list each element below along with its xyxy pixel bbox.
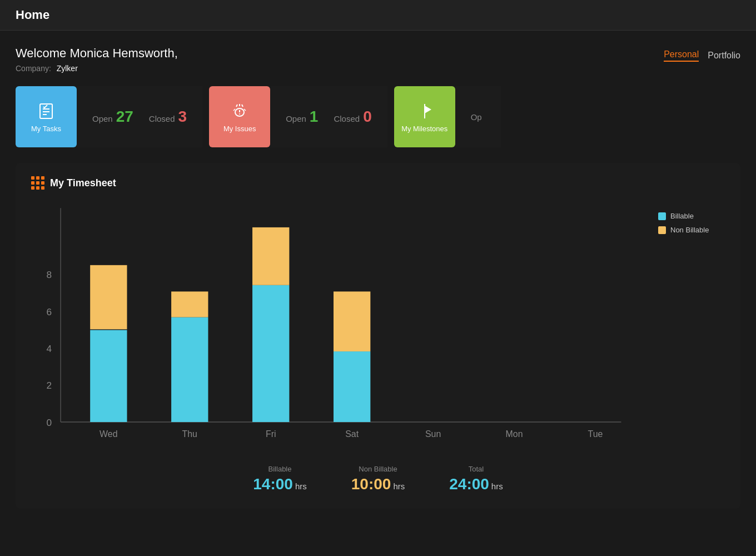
summary-total: Total 24:00hrs [449, 465, 503, 493]
milestones-open-label: Op [471, 112, 482, 122]
svg-marker-13 [425, 106, 431, 113]
tab-switcher: Personal Portfolio [664, 46, 740, 62]
company-name: Zylker [57, 64, 78, 73]
summary-total-value: 24:00hrs [449, 475, 503, 493]
tasks-card-label: My Tasks [31, 125, 61, 133]
issues-stats: Open 1 Closed 0 [270, 86, 387, 147]
header: Home [0, 0, 756, 31]
issues-closed-value: 0 [363, 108, 372, 126]
company-row: Company: Zylker [16, 64, 178, 73]
billable-color [658, 212, 666, 220]
summary-billable: Billable 14:00hrs [253, 465, 306, 493]
tasks-open-label: Open [92, 114, 113, 123]
svg-line-6 [236, 105, 237, 107]
svg-text:2: 2 [47, 380, 52, 391]
nonbillable-label: Non Billable [670, 226, 709, 234]
issues-open-label: Open [286, 114, 306, 123]
chart-legend: Billable Non Billable [636, 201, 725, 234]
bar-wed-nonbillable [90, 265, 127, 329]
tab-portfolio[interactable]: Portfolio [708, 51, 740, 61]
tasks-icon [36, 101, 56, 121]
welcome-row: Welcome Monica Hemsworth, Company: Zylke… [16, 46, 740, 73]
chart-main: 0 2 4 6 8 Wed [31, 201, 636, 454]
tasks-open-value: 27 [116, 108, 133, 126]
timesheet-title: My Timesheet [50, 177, 116, 189]
milestones-stats: Op [455, 86, 501, 147]
legend-billable: Billable [658, 212, 725, 220]
svg-text:6: 6 [47, 306, 52, 317]
svg-text:Tue: Tue [588, 429, 603, 439]
svg-text:0: 0 [47, 417, 52, 428]
summary-nonbillable: Non Billable 10:00hrs [351, 465, 405, 493]
svg-text:Fri: Fri [266, 429, 276, 439]
milestones-icon-block: My Milestones [394, 86, 455, 147]
issues-open-value: 1 [310, 108, 319, 126]
bar-wed-billable [90, 330, 127, 422]
bar-thu-nonbillable [171, 291, 208, 317]
summary-billable-label: Billable [268, 465, 292, 473]
issues-icon-block: My Issues [209, 86, 270, 147]
svg-text:Thu: Thu [182, 429, 197, 439]
tab-personal[interactable]: Personal [664, 49, 699, 62]
issues-open-stat: Open 1 [286, 108, 318, 126]
page-title: Home [16, 8, 49, 22]
svg-line-11 [244, 109, 246, 111]
milestones-open-stat: Op [471, 112, 485, 122]
issues-card[interactable]: My Issues Open 1 Closed 0 [209, 86, 387, 147]
summary-nonbillable-label: Non Billable [359, 465, 397, 473]
cards-row: My Tasks Open 27 Closed 3 [16, 86, 740, 147]
timesheet-card: My Timesheet 0 2 4 6 8 [16, 163, 740, 509]
chart-area: 0 2 4 6 8 Wed [31, 201, 725, 454]
issues-closed-label: Closed [334, 114, 360, 123]
timesheet-header: My Timesheet [31, 176, 725, 190]
issues-closed-stat: Closed 0 [334, 108, 371, 126]
svg-text:Wed: Wed [100, 429, 117, 439]
tasks-card[interactable]: My Tasks Open 27 Closed 3 [16, 86, 202, 147]
issues-card-label: My Issues [223, 125, 256, 133]
tasks-closed-label: Closed [149, 114, 175, 123]
bar-sat-billable [334, 351, 370, 422]
legend-nonbillable: Non Billable [658, 226, 725, 234]
summary-nonbillable-value: 10:00hrs [351, 475, 405, 493]
svg-point-9 [239, 113, 240, 115]
issues-icon [230, 101, 250, 121]
tasks-stats: Open 27 Closed 3 [77, 86, 202, 147]
milestones-card[interactable]: My Milestones Op [394, 86, 501, 147]
nonbillable-color [658, 226, 666, 234]
svg-text:4: 4 [47, 343, 52, 354]
svg-line-10 [233, 109, 235, 111]
main-content: Welcome Monica Hemsworth, Company: Zylke… [0, 31, 756, 524]
welcome-left: Welcome Monica Hemsworth, Company: Zylke… [16, 46, 178, 73]
svg-text:Sat: Sat [345, 429, 359, 439]
milestones-card-label: My Milestones [401, 125, 447, 133]
tasks-icon-block: My Tasks [16, 86, 77, 147]
bar-sat-nonbillable [334, 291, 370, 351]
bar-fri-billable [252, 285, 289, 422]
svg-line-7 [242, 105, 243, 107]
svg-text:Mon: Mon [506, 429, 523, 439]
welcome-text: Welcome Monica Hemsworth, [16, 46, 178, 61]
tasks-open-stat: Open 27 [92, 108, 133, 126]
company-label: Company: [16, 64, 51, 73]
bar-chart: 0 2 4 6 8 Wed [31, 201, 636, 451]
milestones-icon [415, 101, 435, 121]
summary-billable-value: 14:00hrs [253, 475, 306, 493]
bar-thu-billable [171, 317, 208, 423]
timesheet-icon [31, 176, 44, 190]
billable-label: Billable [670, 212, 694, 220]
summary-total-label: Total [469, 465, 484, 473]
summary-row: Billable 14:00hrs Non Billable 10:00hrs … [31, 465, 725, 493]
tasks-closed-value: 3 [178, 108, 187, 126]
svg-text:8: 8 [47, 269, 52, 280]
svg-text:Sun: Sun [425, 429, 441, 439]
tasks-closed-stat: Closed 3 [149, 108, 187, 126]
bar-fri-nonbillable [252, 227, 289, 285]
